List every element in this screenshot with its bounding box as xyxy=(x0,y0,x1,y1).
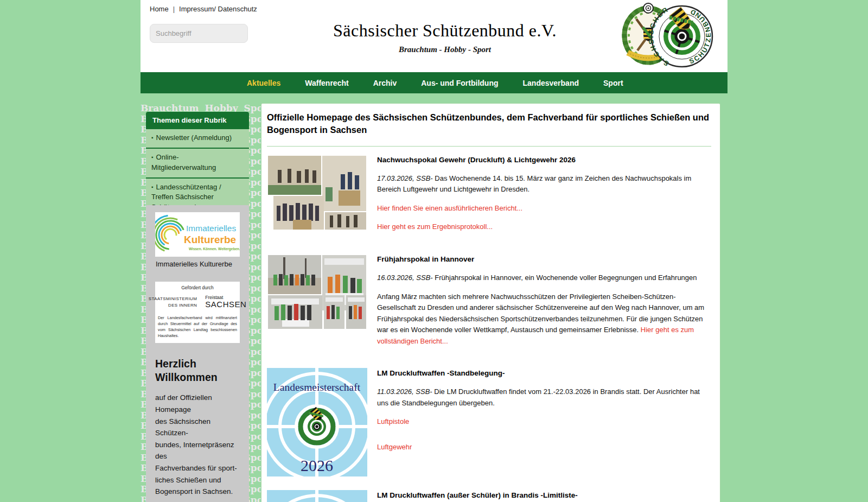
article-lm-standbelegung: Landesmeisterschaft xyxy=(267,368,712,476)
freistaat-sachsen-label: Freistaat SACHSEN xyxy=(205,295,246,309)
article-date: 17.03.2026, SSB- xyxy=(377,174,433,182)
search-box xyxy=(150,24,248,43)
main-nav: Aktuelles Waffenrecht Archiv Aus- und Fo… xyxy=(141,72,727,93)
article-fruehjahrspokal: Frühjahrspokal in Hannover 16.03.2026, S… xyxy=(267,254,712,354)
nav-waffenrecht[interactable]: Waffenrecht xyxy=(305,79,348,87)
welcome-block: Herzlich Willkommen auf der Offiziellen … xyxy=(155,357,240,498)
kulturerbe-word2: Kulturerbe xyxy=(184,234,236,245)
article-title: Frühjahrspokal in Hannover xyxy=(377,255,712,263)
article-text: Frühjahrspokal in Hannover, ein Wochenen… xyxy=(435,274,697,282)
luftgewehr-link[interactable]: Luftgewehr xyxy=(377,443,412,451)
club-logo-icon: SÄCHSISCHER SCHÜTZENBUND xyxy=(621,1,713,71)
site-title-block: Sächsischer Schützenbund e.V. Brauchtum … xyxy=(271,21,619,54)
site-title: Sächsischer Schützenbund e.V. xyxy=(271,21,619,41)
article-image-lm-poster[interactable]: Landesmeisterschaft xyxy=(267,368,367,476)
article-image-indoor-collage[interactable] xyxy=(267,155,367,240)
article-image-lm-poster[interactable]: Landesmeisterschaft xyxy=(267,490,367,502)
rubrik-title: Themen dieser Rubrik xyxy=(146,112,249,128)
home-link[interactable]: Home xyxy=(150,5,169,13)
search-input[interactable] xyxy=(156,29,251,37)
welcome-text: auf der Offiziellen Homepage des Sächsis… xyxy=(155,392,240,497)
site-subtitle: Brauchtum - Hobby - Sport xyxy=(271,45,619,54)
welcome-title: Herzlich Willkommen xyxy=(155,357,231,385)
header: Home|Impressum/ Datenschutz Sächsischer … xyxy=(141,0,727,72)
poster-title: Landesmeisterschaft xyxy=(273,382,361,393)
article-nachwuchspokal: Nachwuchspokal Gewehr (Druckluft) & Lich… xyxy=(267,155,712,240)
kulturerbe-tagline: Wissen. Können. Weitergeben. xyxy=(189,247,240,251)
sidebar-item-label: Newsletter (Anmeldung) xyxy=(156,134,232,142)
sidebar-item-mitgliederverwaltung[interactable]: ▪Online- Mitgliederverwaltung xyxy=(146,149,249,177)
nav-aktuelles[interactable]: Aktuelles xyxy=(247,79,280,87)
ring-badge: SÄCHSISCHER SCHÜTZENBUND xyxy=(647,5,712,68)
funding-top-label: Gefördert durch xyxy=(158,285,237,290)
sidebar-item-newsletter[interactable]: ▪Newsletter (Anmeldung) xyxy=(146,129,249,148)
ministry-label: STAATSMINISTERIUM DES INNERN xyxy=(149,296,197,309)
bullet-icon: ▪ xyxy=(151,184,154,190)
article-date: 11.03.2026, SSB- xyxy=(377,387,432,396)
funding-note: Der Landesfachverband wird mitfinanziert… xyxy=(158,315,237,339)
kulturerbe-logo[interactable]: Immaterielles Kulturerbe Wissen. Können.… xyxy=(155,212,240,257)
funding-logo: Gefördert durch STAATSMINISTERIUM DES IN… xyxy=(155,282,240,343)
page-wrapper: Home|Impressum/ Datenschutz Sächsischer … xyxy=(141,0,727,502)
article-image-outdoor-collage[interactable] xyxy=(267,254,367,354)
main-content-box: Offizielle Homepage des Sächsischen Schü… xyxy=(261,103,720,502)
divider xyxy=(267,146,711,147)
report-link[interactable]: Hier finden Sie einen ausführlicheren Be… xyxy=(377,204,522,212)
sidebar-info-box: Immaterielles Kulturerbe Wissen. Können.… xyxy=(146,205,249,502)
kulturerbe-word1: Immaterielles xyxy=(186,224,236,233)
nav-aus-und-fortbildung[interactable]: Aus- und Fortbildung xyxy=(421,79,498,87)
nav-archiv[interactable]: Archiv xyxy=(373,79,397,87)
kulturerbe-caption: Immaterielles Kulturerbe xyxy=(156,260,240,268)
top-links: Home|Impressum/ Datenschutz xyxy=(150,5,257,13)
poster-year: 2026 xyxy=(301,456,333,474)
nav-landesverband[interactable]: Landesverband xyxy=(523,79,579,87)
impressum-link[interactable]: Impressum/ Datenschutz xyxy=(179,5,257,13)
luftpistole-link[interactable]: Luftpistole xyxy=(377,417,409,425)
sidebar-item-label: Online- Mitgliederverwaltung xyxy=(151,153,216,171)
nav-sport[interactable]: Sport xyxy=(603,79,623,87)
bullet-icon: ▪ xyxy=(151,135,154,141)
lower-region: Brauchtum Hobby Sport Brauchtum Hobby Sp… xyxy=(141,103,727,502)
bullet-icon: ▪ xyxy=(151,154,154,160)
article-title: LM Druckluftwaffen -Standbelegung- xyxy=(377,369,712,377)
article-title: LM Druckluftwaffen (außer Schüler) in Br… xyxy=(377,491,712,499)
top-links-divider: | xyxy=(173,5,175,13)
results-link[interactable]: Hier geht es zum Ergebnisprotokoll... xyxy=(377,223,493,231)
article-title: Nachwuchspokal Gewehr (Druckluft) & Lich… xyxy=(377,156,712,164)
article-date: 16.03.2026, SSB- xyxy=(377,274,433,282)
page-title: Offizielle Homepage des Sächsischen Schü… xyxy=(267,111,712,137)
article-lm-limitliste: Landesmeisterschaft xyxy=(267,490,712,502)
